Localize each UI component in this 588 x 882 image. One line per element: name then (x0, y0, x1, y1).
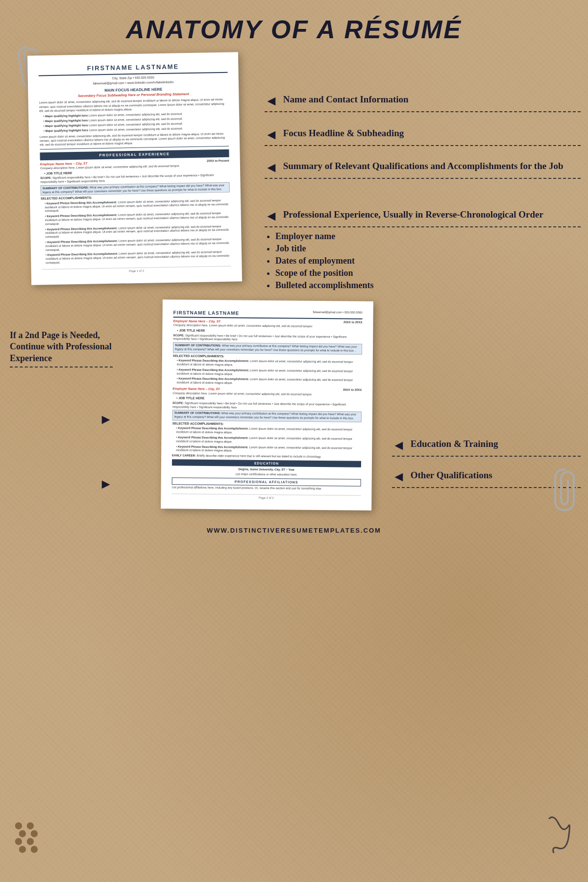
divider-3 (265, 178, 581, 179)
page-footer: WWW.DISTINCTIVERESUMETEMPLATES.COM (0, 519, 588, 541)
bullet-scope: Scope of the position (275, 268, 581, 278)
p2-dates1: 20XX to 20XX (343, 320, 362, 325)
annotation-summary: Summary of Relevant Qualifications and A… (283, 160, 564, 172)
arrow-name: ◄ (265, 93, 278, 109)
p2-acc1-1: Keyword Phrase Describing this Accomplis… (177, 359, 362, 368)
p2-edu-note: List major certifications or other educa… (172, 472, 361, 477)
decorative-dots: ⬤ ⬤ ⬤ ⬤ ⬤ ⬤ ⬤ ⬤ (15, 821, 38, 853)
p2-early-career: EARLY CAREER: Briefly describe older exp… (172, 454, 361, 459)
p2-contact: fakeemail@gmail.com • 000.000.0000 (313, 311, 362, 318)
annotation-prof-exp: Professional Experience, Usually in Reve… (283, 209, 543, 221)
annotation-other-qual: Other Qualifications (411, 469, 492, 482)
p2-summary1: SUMMARY OF CONTRIBUTIONS: What was your … (173, 343, 362, 355)
annotation-focus: Focus Headline & Subheading (283, 127, 404, 140)
divider-page2 (10, 367, 113, 368)
page-title: ANATOMY OF A RÉSUMÉ (0, 0, 588, 54)
annotation-education: Education & Training (411, 438, 498, 450)
divider-edu (392, 456, 581, 457)
p2-acc2-2: Keyword Phrase Describing this Accomplis… (176, 436, 361, 445)
p2-summary2: SUMMARY OF CONTRIBUTIONS: What was your … (172, 410, 362, 422)
p2-edu-header: EDUCATION (172, 459, 361, 467)
prof-exp-bullet-list: Employer name Job title Dates of employm… (265, 231, 581, 291)
left-annotations: If a 2nd Page is Needed, Continue with P… (10, 300, 113, 510)
page-number-1: Page 1 of 2 (42, 266, 231, 275)
resume-page-2-wrapper: FIRSTNAME LASTNAME fakeemail@gmail.com •… (122, 300, 372, 510)
p2-acc2-3: Keyword Phrase Describing this Accomplis… (176, 445, 361, 454)
resume-body-para1: Lorem ipsum dolor sit amet, consectetur … (39, 98, 228, 113)
annotation-name-contact: Name and Contact Information (283, 94, 409, 106)
arrow-page2-1: ► (99, 412, 113, 427)
p2-dates2: 20XX to 20XX (343, 388, 362, 392)
arrow-prof-exp: ◄ (265, 208, 278, 224)
p2-employer1: Employer Name Here – City, ST (173, 319, 220, 323)
annotation-page2: If a 2nd Page is Needed, Continue with P… (10, 330, 113, 364)
accomplishment-5: Keyword Phrase Describing this Accomplis… (46, 250, 231, 265)
p2-acc2-1: Keyword Phrase Describing this Accomplis… (176, 427, 361, 436)
p2-employer2: Employer Name Here – City, ST (172, 387, 220, 391)
p2-page-number: Page 2 of 2 (172, 493, 361, 501)
employer-name-1: Employer Name Here – City, ST (40, 161, 88, 166)
bullet-job-title: Job title (275, 244, 581, 254)
annotations-column: ◄ Name and Contact Information ◄ Focus H… (240, 54, 581, 295)
decorative-squiggle (544, 814, 573, 858)
accomplishment-3: Keyword Phrase Describing this Accomplis… (45, 224, 230, 239)
right-annotations-p2: ◄ Education & Training ◄ Other Qualifica… (372, 300, 581, 510)
accomplishment-1: Keyword Phrase Describing this Accomplis… (45, 198, 230, 213)
resume-page-1: FIRSTNAME LASTNAME City, State Zip • 555… (27, 52, 242, 285)
prof-exp-header: PROFESSIONAL EXPERIENCE (40, 149, 229, 160)
divider-4 (265, 226, 581, 227)
p2-aff-note: List professional affiliations here, inc… (172, 486, 361, 491)
exp-dates-1: 20XX to Present (207, 159, 229, 163)
arrow-page2-2: ► (99, 476, 113, 491)
bullet-employer: Employer name (275, 231, 581, 242)
p2-scope1: SCOPE: Significant responsibility here •… (173, 334, 362, 343)
accomplishment-4: Keyword Phrase Describing this Accomplis… (46, 238, 231, 252)
paperclip-right (551, 467, 578, 513)
arrow-edu: ◄ (392, 438, 406, 453)
resume-body-para2: Lorem ipsum dolor sit amet, consectetur … (40, 131, 229, 147)
p2-aff-header: PROFESSIONAL AFFILIATIONS (172, 477, 361, 486)
arrow-summary: ◄ (265, 160, 278, 175)
bullet-accomplishments: Bulleted accomplishments (275, 280, 581, 291)
divider-1 (265, 111, 581, 112)
accomplishment-2: Keyword Phrase Describing this Accomplis… (45, 212, 230, 226)
p2-acc1-3: Keyword Phrase Describing this Accomplis… (176, 377, 362, 387)
arrow-other: ◄ (392, 469, 406, 485)
p2-scope2: SCOPE: Significant responsibility here •… (172, 401, 362, 411)
bullet-dates: Dates of employment (275, 256, 581, 266)
arrow-focus: ◄ (265, 127, 278, 143)
p2-acc1-2: Keyword Phrase Describing this Accomplis… (177, 368, 362, 377)
divider-2 (265, 145, 581, 146)
resume-name: FIRSTNAME LASTNAME (38, 62, 227, 76)
p2-name: FIRSTNAME LASTNAME (173, 309, 240, 316)
resume-page-2: FIRSTNAME LASTNAME fakeemail@gmail.com •… (161, 299, 373, 511)
